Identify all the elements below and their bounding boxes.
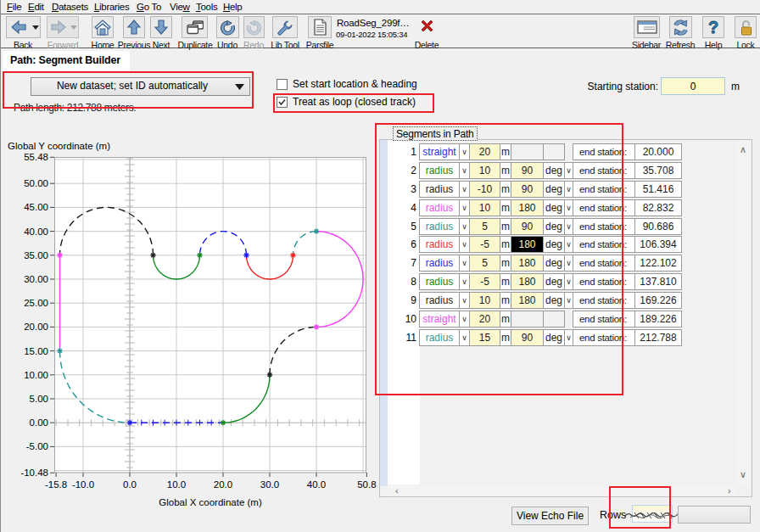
svg-text:25.00: 25.00 <box>24 298 48 308</box>
svg-text:Global Y coordinate (m): Global Y coordinate (m) <box>8 141 110 151</box>
svg-text:15.00: 15.00 <box>24 346 48 356</box>
svg-text:50.8: 50.8 <box>357 479 376 490</box>
svg-text:10.0: 10.0 <box>167 479 186 490</box>
svg-text:-10.0: -10.0 <box>72 479 94 490</box>
svg-text:-15.8: -15.8 <box>45 479 67 490</box>
svg-text:10.00: 10.00 <box>24 370 48 380</box>
svg-text:0.0: 0.0 <box>123 479 137 490</box>
svg-text:5.00: 5.00 <box>30 394 48 404</box>
svg-text:55.48: 55.48 <box>24 152 48 162</box>
svg-text:Global X coordinate (m): Global X coordinate (m) <box>159 497 262 507</box>
svg-text:-10.48: -10.48 <box>20 468 48 478</box>
svg-text:30.00: 30.00 <box>24 274 48 284</box>
svg-text:40.0: 40.0 <box>307 479 326 490</box>
svg-text:50.00: 50.00 <box>24 178 48 188</box>
svg-text:0.00: 0.00 <box>30 417 48 428</box>
svg-text:-5.00: -5.00 <box>26 441 48 451</box>
svg-text:20.0: 20.0 <box>214 479 232 490</box>
svg-text:20.00: 20.00 <box>24 322 48 332</box>
svg-text:35.00: 35.00 <box>24 250 48 260</box>
svg-text:?: ? <box>708 19 718 36</box>
svg-text:40.00: 40.00 <box>24 227 48 237</box>
svg-text:45.00: 45.00 <box>24 202 48 212</box>
svg-text:30.0: 30.0 <box>260 479 279 490</box>
